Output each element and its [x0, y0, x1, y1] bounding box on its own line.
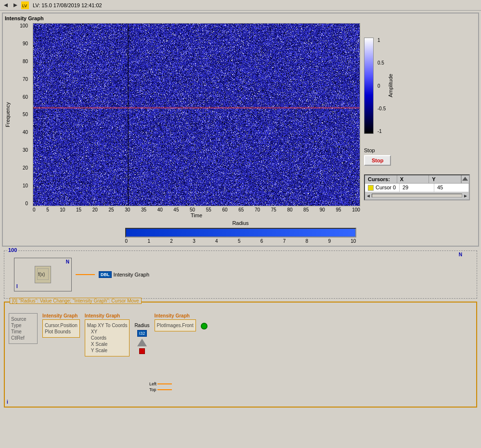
left-wire-row: Left	[149, 382, 172, 386]
mapxy-port: Map XY To Coords	[87, 323, 128, 328]
cursor-0-name: Cursor 0	[365, 184, 400, 192]
y-tick-20: 20	[23, 165, 28, 171]
y-tick-10: 10	[23, 183, 28, 188]
top-wire-row: Top	[149, 387, 172, 392]
scale-tick-05: 0.5	[377, 60, 386, 66]
event-title: [0] "Radius": Value Change; "Intensity G…	[10, 298, 142, 304]
svg-text:f(x): f(x)	[38, 272, 45, 277]
y-tick-80: 80	[23, 59, 28, 64]
intensity-canvas-container: 0 5 10 15 20 25 30 35 40 45 50 55 60 65 …	[33, 23, 360, 218]
stop-button[interactable]: Stop	[364, 155, 391, 166]
scale-tick-1: 1	[377, 38, 386, 43]
ig-cursor-block: Intensity Graph Cursor.Position Plot Bou…	[42, 313, 80, 338]
mapxy-body: Map XY To Coords XY Coords X Scale Y Sca…	[85, 319, 130, 356]
cursors-scroll-up[interactable]	[461, 175, 469, 183]
dbl-node: DBL Intensity Graph	[99, 271, 149, 278]
y-tick-60: 60	[23, 94, 28, 100]
color-scale-labels: 1 0.5 0 -0.5 -1	[377, 38, 386, 134]
green-circle-icon	[201, 323, 208, 329]
cursors-header-y: Y	[429, 175, 461, 183]
cursor-position-port: Cursor.Position	[45, 323, 78, 328]
radius-x-axis: 01234 5678910	[125, 238, 356, 244]
dbl-indicator: DBL	[99, 271, 112, 278]
radius-wire-label: Radius	[134, 323, 149, 328]
loop-panel: 100 N N I f(x) DBL Intensity	[4, 250, 477, 299]
ig-cursor-body: Cursor.Position Plot Bounds	[42, 319, 80, 338]
cursor-0-x: 29	[400, 184, 434, 192]
i-bottom-label: i	[7, 399, 8, 405]
plotimages-title: Intensity Graph	[155, 313, 196, 318]
radius-slider-track[interactable]	[125, 228, 356, 237]
type-port: Type	[11, 323, 35, 328]
svg-text:LV: LV	[22, 3, 27, 8]
scroll-track[interactable]	[372, 194, 462, 198]
plotimages-port: PlotImages.Front	[157, 323, 194, 328]
intensity-canvas[interactable]	[33, 23, 360, 206]
panel-label: Intensity Graph	[5, 15, 476, 21]
y-axis-label: Frequency	[5, 23, 11, 206]
top-label: Top	[149, 387, 156, 392]
i32-indicator: I32	[137, 330, 147, 337]
wire-block: Left Top	[149, 382, 172, 392]
radius-block: Radius I32	[134, 323, 149, 354]
scale-tick-0: 0	[377, 83, 386, 89]
y-tick-0: 0	[25, 201, 28, 206]
source-block: Source Type Time CtlRef	[9, 313, 38, 344]
radius-slider-container: 01234 5678910	[125, 228, 356, 244]
arrow-right-icon[interactable]	[12, 1, 19, 9]
y-tick-40: 40	[23, 130, 28, 135]
wire-orange	[76, 274, 95, 275]
svg-marker-6	[462, 177, 468, 181]
loop-100-label: 100	[7, 247, 18, 253]
comparator-symbol	[137, 339, 147, 346]
intensity-plot-canvas[interactable]	[33, 24, 360, 206]
n-box-label: N	[66, 259, 69, 264]
y-tick-30: 30	[23, 147, 28, 153]
function-icon: f(x)	[37, 268, 49, 280]
bottom-panels: 100 N N I f(x) DBL Intensity	[2, 250, 479, 408]
scroll-left-arrow[interactable]: ◄	[366, 193, 371, 198]
title-bar: LV LV: 15.0 17/08/2019 12:41:02	[0, 0, 481, 11]
main-container: Intensity Graph Frequency 100 90 80 70 6…	[0, 11, 481, 448]
scale-tick-m1: -1	[377, 129, 386, 134]
mapxy-title: Intensity Graph	[85, 313, 130, 318]
title-bar-text: LV: 15.0 17/08/2019 12:41:02	[33, 2, 102, 8]
yscale-port: Y Scale	[87, 348, 128, 353]
y-axis-ticks: 100 90 80 70 60 50 40 30 20 10 0	[20, 23, 29, 206]
green-terminal	[201, 323, 208, 329]
event-panel: [0] "Radius": Value Change; "Intensity G…	[4, 302, 477, 408]
mapxy-block: Intensity Graph Map XY To Coords XY Coor…	[85, 313, 130, 356]
y-tick-90: 90	[23, 41, 28, 46]
plotimages-block: Intensity Graph PlotImages.Front	[155, 313, 196, 331]
amplitude-label: Amplitude	[388, 38, 393, 134]
cursors-header-x: X	[397, 175, 429, 183]
arrow-left-icon[interactable]	[2, 1, 10, 9]
xscale-port: X Scale	[87, 342, 128, 347]
stop-label: Stop	[364, 147, 470, 153]
cursor-0-y: 45	[434, 184, 469, 192]
time-port: Time	[11, 329, 35, 334]
for-loop-box: N I f(x)	[14, 258, 72, 291]
right-panel: 1 0.5 0 -0.5 -1 Amplitude Stop Stop	[364, 23, 470, 218]
cursor-0-color-box	[368, 185, 374, 191]
x-axis-ticks: 0 5 10 15 20 25 30 35 40 45 50 55 60 65 …	[33, 206, 360, 212]
xy-port: XY	[87, 329, 128, 334]
inner-node: f(x)	[35, 266, 51, 283]
color-scale-wrapper: 1 0.5 0 -0.5 -1 Amplitude	[364, 38, 470, 134]
y-tick-100: 100	[20, 23, 28, 28]
intensity-graph-panel: Intensity Graph Frequency 100 90 80 70 6…	[2, 13, 479, 247]
ig-cursor-title: Intensity Graph	[42, 313, 80, 318]
stop-section: Stop Stop	[364, 147, 470, 166]
plotimages-body: PlotImages.Front	[155, 319, 196, 331]
y-tick-50: 50	[23, 112, 28, 117]
graph-area: Frequency 100 90 80 70 60 50 40 30 20 10…	[5, 23, 476, 218]
i-box-label: I	[16, 284, 18, 289]
radius-section: Radius 01234 5678910	[5, 220, 476, 244]
scroll-right-arrow[interactable]: ►	[463, 193, 468, 198]
y-axis-container: Frequency 100 90 80 70 60 50 40 30 20 10…	[5, 23, 29, 218]
ctlref-port: CtlRef	[11, 335, 35, 341]
left-wire	[157, 383, 172, 384]
cursors-row-0: Cursor 0 29 45	[365, 184, 469, 192]
color-scale-bar	[364, 38, 374, 134]
source-port: Source	[11, 316, 35, 322]
